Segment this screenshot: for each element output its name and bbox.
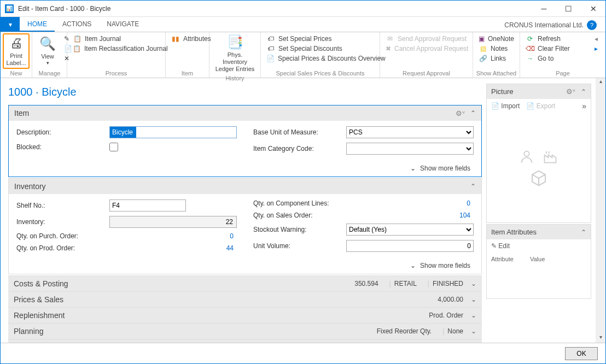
fasttab-inventory: Inventory ⌃ Shelf No.: Inventory: Qty. o… [8,178,482,274]
box-icon [530,169,547,187]
edit-attributes-button[interactable]: ✎ Edit [491,242,510,250]
prod-label: Qty. on Prod. Order: [16,244,109,252]
fasttab-replenishment[interactable]: Replenishment Prod. Order ⌄ [8,307,482,323]
factory-icon [542,149,558,164]
group-approval: Request Approval [382,69,470,78]
stockout-label: Stockout Warning: [253,226,346,233]
chevron-down-icon: ⌄ [471,312,476,319]
gear-icon[interactable]: ⚙ᵛ [566,87,575,96]
phys-inventory-button[interactable]: 📑 Phys. Inventory Ledger Entries [212,33,258,74]
inventory-show-more[interactable]: Show more fields [9,260,481,274]
purch-value[interactable]: 0 [109,232,237,240]
attributes-button[interactable]: ▮▮Attributes [170,34,212,43]
blocked-checkbox[interactable] [109,143,118,151]
export-button[interactable]: 📄 Export [526,102,555,110]
buom-select[interactable]: PCS [346,126,474,138]
group-new: New [3,69,30,78]
chevron-up-icon[interactable]: ⌃ [581,228,586,236]
attr-col-value: Value [530,256,545,262]
group-attached: Show Attached [475,69,517,78]
expand-icon[interactable]: » [582,102,586,110]
fasttab-planning[interactable]: Planning Fixed Reorder Qty.| None ⌄ [8,323,482,339]
picture-header[interactable]: Picture ⚙ᵛ ⌃ [487,84,591,99]
tab-actions[interactable]: ACTIONS [55,17,99,32]
blocked-label: Blocked: [16,143,109,151]
ok-button[interactable]: OK [565,347,598,360]
fasttab-item-header[interactable]: Item ⚙ᵛ ⌃ [9,105,481,121]
sales-label: Qty. on Sales Order: [253,212,346,219]
picture-placeholder [487,113,591,222]
ribbon: 🖨 Print Label... New 🔍 View ▾ ✎ 📄 ✕ Mana… [1,32,605,78]
minimize-button[interactable]: ─ [532,1,556,17]
chevron-up-icon[interactable]: ⌃ [470,109,476,117]
svg-point-0 [524,151,529,156]
clear-filter-button[interactable]: ⌫Clear Filter ▸ [525,44,601,53]
fasttab-costs[interactable]: Costs & Posting 350.594| RETAIL| FINISHE… [8,275,482,291]
app-icon: 📊 [5,4,14,13]
set-special-prices-button[interactable]: 🏷Set Special Prices [265,34,375,43]
chevron-down-icon: ⌄ [471,296,476,303]
links-button[interactable]: 🔗Links [477,54,515,63]
comp-value[interactable]: 0 [346,199,474,207]
onenote-button[interactable]: ▣OneNote [477,34,515,43]
special-overview-button[interactable]: 📄Special Prices & Discounts Overview [265,54,375,63]
item-show-more[interactable]: Show more fields [9,162,481,177]
company-name: CRONUS International Ltd.? [499,17,605,32]
fasttab-inventory-header[interactable]: Inventory ⌃ [9,179,481,194]
main-content: 1000 · Bicycle Item ⚙ᵛ ⌃ Description: Bl… [1,78,486,343]
refresh-icon: ⟳ [526,35,534,43]
send-approval-button[interactable]: ✉Send Approval Request [384,34,468,43]
attributes-icon: ▮▮ [171,35,180,43]
prod-value[interactable]: 44 [109,244,237,252]
inventory-value [109,216,237,228]
window-title: Edit - Item Card - 1000 · Bicycle [18,5,532,13]
import-button[interactable]: 📄 Import [491,102,520,110]
category-select[interactable] [346,143,474,155]
attributes-box: Item Attributes ⌃ ✎ Edit Attribute Value [486,224,591,299]
goto-icon: → [526,55,534,62]
chevron-up-icon[interactable]: ⌃ [581,88,586,96]
maximize-button[interactable]: ☐ [556,1,581,17]
buom-label: Base Unit of Measure: [253,128,346,136]
print-label-button[interactable]: 🖨 Print Label... [3,33,30,69]
group-item: Item [168,69,207,78]
goto-button[interactable]: →Go to [525,54,601,63]
description-input[interactable] [109,126,237,138]
set-special-discounts-button[interactable]: 🏷Set Special Discounts [265,44,375,53]
footer: OK [1,343,605,363]
person-icon [519,149,534,164]
refresh-button[interactable]: ⟳Refresh ◂ [525,34,601,43]
tab-home[interactable]: HOME [20,17,55,32]
price-icon: 🏷 [266,35,275,43]
overview-icon: 📄 [266,55,275,62]
cancel-approval-button[interactable]: ✖Cancel Approval Request [384,44,468,53]
file-menu[interactable]: ▾ [1,17,20,32]
volume-input[interactable] [346,240,474,252]
sales-value[interactable]: 104 [346,212,474,219]
tab-navigate[interactable]: NAVIGATE [99,17,147,32]
discount-icon: 🏷 [266,45,275,52]
links-icon: 🔗 [479,55,487,62]
notes-button[interactable]: ▤Notes [477,44,515,53]
item-reclass-button[interactable]: 📋Item Reclassification Journal [72,44,161,53]
titlebar: 📊 Edit - Item Card - 1000 · Bicycle ─ ☐ … [1,1,605,17]
cancel-icon: ✖ [386,45,391,52]
close-button[interactable]: ✕ [581,1,605,17]
stockout-select[interactable]: Default (Yes) [346,224,474,236]
scrollbar[interactable]: ▴▾ [596,78,605,343]
chevron-down-icon: ⌄ [471,327,476,335]
help-icon[interactable]: ? [587,20,597,30]
chevron-down-icon: ⌄ [471,280,476,287]
fasttab-tracking[interactable]: Item Tracking ⌄ [8,339,482,343]
group-page: Page [522,69,603,78]
chevron-up-icon[interactable]: ⌃ [470,183,476,190]
item-journal-button[interactable]: 📋Item Journal [72,34,161,43]
gear-icon[interactable]: ⚙ᵛ [456,109,465,118]
fasttab-prices[interactable]: Prices & Sales 4,000.00 ⌄ [8,291,482,307]
magnifier-icon: 🔍 [39,36,56,52]
attributes-header[interactable]: Item Attributes ⌃ [487,225,591,239]
description-label: Description: [16,128,109,136]
shelf-input[interactable] [109,199,186,212]
menubar: ▾ HOME ACTIONS NAVIGATE CRONUS Internati… [1,17,605,32]
view-button[interactable]: 🔍 View ▾ [34,33,61,69]
